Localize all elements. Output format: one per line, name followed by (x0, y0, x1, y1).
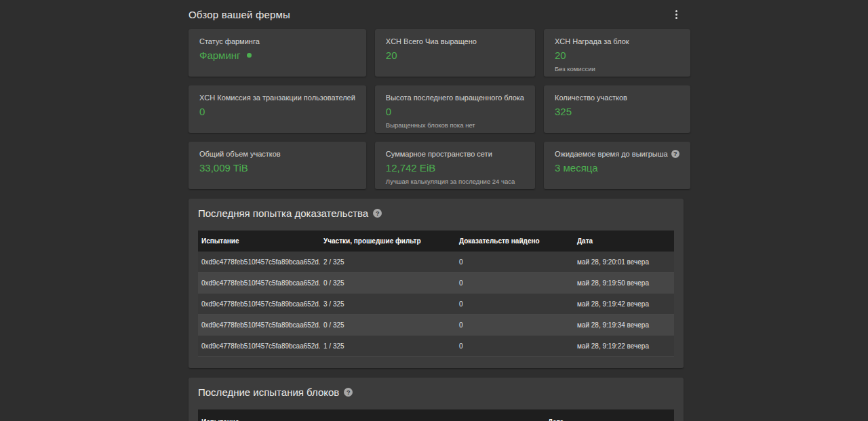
cell-filter: 0 / 325 (320, 279, 456, 287)
card-title: XCH Комиссия за транзакции пользователей (199, 94, 355, 102)
cell-date: май 28, 9:19:22 вечера (574, 342, 674, 350)
card-title: Количество участков (555, 94, 679, 102)
cell-date: май 28, 9:19:34 вечера (574, 321, 674, 329)
card-title: Высота последнего выращенного блока (386, 94, 524, 102)
card-title: Ожидаемое время до выигрыша ? (555, 150, 679, 158)
card-title: Статус фарминга (199, 37, 355, 45)
stat-cards-grid: Статус фарминга Фарминг XCH Всего Чиа вы… (189, 29, 684, 189)
help-icon[interactable]: ? (373, 209, 382, 218)
cell-proofs: 0 (456, 342, 574, 350)
cell-date: май 28, 9:19:50 вечера (574, 279, 674, 287)
card-value: 0 (386, 106, 524, 117)
cell-proofs: 0 (456, 321, 574, 329)
last-attempted-proof-panel: Последняя попытка доказательства ? Испыт… (189, 199, 684, 368)
kebab-menu-icon[interactable] (670, 8, 682, 20)
card-value: 325 (555, 106, 679, 117)
proof-table: Испытание Участки, прошедшие фильтр Дока… (198, 230, 674, 357)
farming-status-text: Фарминг (199, 49, 241, 61)
cell-proofs: 0 (456, 300, 574, 308)
column-proofs-found: Доказательств найдено (456, 237, 574, 245)
table-row: 0xd9c4778feb510f457c5fa89bcaa652d... 1 /… (198, 336, 674, 357)
card-value: 0 (199, 106, 355, 117)
page-header: Обзор вашей фермы (189, 0, 684, 29)
column-challenge: Испытание (198, 237, 320, 245)
column-date: Дата (545, 409, 674, 421)
column-challenge: Испытание (198, 409, 545, 421)
proof-table-body: 0xd9c4778feb510f457c5fa89bcaa652d... 2 /… (198, 252, 674, 357)
card-block-reward: XCH Награда за блок 20 Без комиссии (544, 29, 690, 77)
card-subtitle: Выращенных блоков пока нет (386, 121, 524, 129)
cell-date: май 28, 9:20:01 вечера (574, 258, 674, 266)
card-title: Общий объем участков (199, 150, 355, 158)
card-title: XCH Награда за блок (555, 37, 679, 45)
latest-block-challenges-panel: Последние испытания блоков ? Испытание Д… (189, 378, 684, 421)
cell-challenge: 0xd9c4778feb510f457c5fa89bcaa652d... (198, 279, 320, 287)
card-value: 20 (386, 49, 524, 61)
card-subtitle: Без комиссии (555, 65, 679, 73)
table-row: 0xd9c4778feb510f457c5fa89bcaa652d... 0 /… (198, 273, 674, 294)
blocks-table-header: Испытание Дата (198, 409, 674, 421)
help-icon[interactable]: ? (344, 388, 353, 397)
table-row: 0xd9c4778feb510f457c5fa89bcaa652d... 3 /… (198, 294, 674, 315)
card-value: Фарминг (199, 49, 355, 61)
column-plots-passed-filter: Участки, прошедшие фильтр (320, 237, 456, 245)
last-attempted-proof-title: Последняя попытка доказательства ? (198, 207, 674, 219)
table-row: 0xd9c4778feb510f457c5fa89bcaa652d... 0 /… (198, 315, 674, 336)
panel-title-text: Последняя попытка доказательства (198, 207, 368, 219)
card-network-space: Суммарное пространство сети 12,742 EiB Л… (375, 142, 535, 189)
card-value: 3 месяца (555, 162, 679, 174)
cell-filter: 2 / 325 (320, 258, 456, 266)
card-plot-count: Количество участков 325 (544, 85, 690, 133)
card-value: 12,742 EiB (386, 162, 524, 174)
card-title: Суммарное пространство сети (386, 150, 524, 158)
cell-filter: 1 / 325 (320, 342, 456, 350)
card-total-plot-size: Общий объем участков 33,009 TiB (189, 142, 366, 189)
panel-title-text: Последние испытания блоков (198, 386, 339, 398)
farm-overview-page: Обзор вашей фермы Статус фарминга Фармин… (189, 0, 684, 421)
help-icon[interactable]: ? (671, 150, 679, 158)
proof-table-header: Испытание Участки, прошедшие фильтр Дока… (198, 230, 674, 252)
card-subtitle: Лучшая калькуляция за последние 24 часа (386, 178, 524, 185)
cell-proofs: 0 (456, 279, 574, 287)
table-row: 0xd9c4778feb510f457c5fa89bcaa652d... 2 /… (198, 252, 674, 273)
card-last-block-height: Высота последнего выращенного блока 0 Вы… (375, 85, 535, 133)
card-title-text: Ожидаемое время до выигрыша (555, 150, 668, 158)
latest-block-challenges-title: Последние испытания блоков ? (198, 386, 674, 398)
card-farming-status: Статус фарминга Фарминг (189, 29, 366, 77)
card-total-chia-farmed: XCH Всего Чиа выращено 20 (375, 29, 535, 77)
card-value: 33,009 TiB (199, 162, 355, 174)
cell-challenge: 0xd9c4778feb510f457c5fa89bcaa652d... (198, 342, 320, 350)
page-title: Обзор вашей фермы (189, 9, 290, 20)
card-value: 20 (555, 49, 679, 61)
cell-challenge: 0xd9c4778feb510f457c5fa89bcaa652d... (198, 258, 320, 266)
cell-filter: 3 / 325 (320, 300, 456, 308)
cell-challenge: 0xd9c4778feb510f457c5fa89bcaa652d... (198, 300, 320, 308)
cell-challenge: 0xd9c4778feb510f457c5fa89bcaa652d... (198, 321, 320, 329)
status-dot-icon (247, 53, 252, 58)
card-user-fees: XCH Комиссия за транзакции пользователей… (189, 85, 366, 133)
column-date: Дата (574, 237, 674, 245)
cell-date: май 28, 9:19:42 вечера (574, 300, 674, 308)
card-title: XCH Всего Чиа выращено (386, 37, 524, 45)
cell-proofs: 0 (456, 258, 574, 266)
card-expected-time-to-win: Ожидаемое время до выигрыша ? 3 месяца (544, 142, 690, 189)
cell-filter: 0 / 325 (320, 321, 456, 329)
